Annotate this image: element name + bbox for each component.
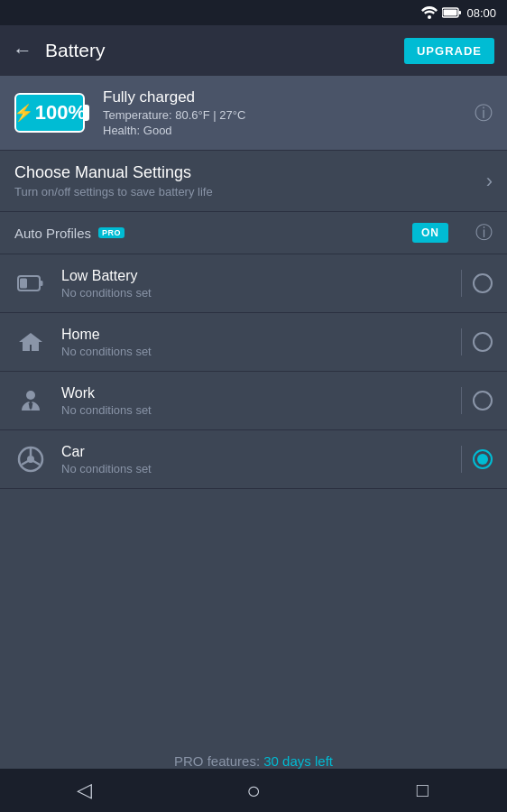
profile-condition-car: No conditions set	[61, 462, 152, 475]
home-icon	[14, 326, 47, 358]
battery-card-left: ⚡ 100% Fully charged Temperature: 80.6°F…	[14, 88, 245, 137]
status-bar: 08:00	[0, 0, 507, 25]
profile-item-home[interactable]: Home No conditions set	[0, 313, 507, 372]
auto-profiles-info-icon[interactable]: ⓘ	[475, 221, 493, 245]
footer-text: PRO features:	[174, 753, 263, 769]
manual-settings-row[interactable]: Choose Manual Settings Turn on/off setti…	[0, 150, 507, 212]
pro-badge: PRO	[98, 227, 124, 238]
divider	[461, 270, 462, 297]
wifi-icon	[421, 6, 438, 19]
radio-car[interactable]	[473, 449, 493, 469]
bolt-icon: ⚡	[14, 103, 33, 123]
svg-line-13	[22, 461, 28, 465]
status-time: 08:00	[466, 6, 496, 20]
profile-item-low-battery[interactable]: Low Battery No conditions set	[0, 254, 507, 313]
profile-radio-low-battery[interactable]	[461, 270, 493, 297]
work-icon	[14, 384, 47, 417]
svg-point-0	[428, 15, 431, 19]
profile-text-home: Home No conditions set	[61, 327, 152, 358]
svg-rect-6	[40, 281, 43, 286]
manual-settings-title: Choose Manual Settings	[14, 163, 213, 182]
battery-card: ⚡ 100% Fully charged Temperature: 80.6°F…	[0, 76, 507, 150]
upgrade-button[interactable]: UPGRADE	[404, 38, 494, 64]
svg-point-7	[26, 391, 35, 400]
svg-line-14	[33, 461, 40, 465]
auto-profiles-right: ON ⓘ	[412, 221, 493, 245]
profile-text-car: Car No conditions set	[61, 444, 152, 475]
nav-back-button[interactable]: ◁	[58, 769, 112, 812]
chevron-right-icon: ›	[486, 170, 493, 193]
svg-rect-2	[444, 10, 457, 16]
page-title: Battery	[45, 40, 106, 61]
battery-percent: 100%	[35, 101, 86, 125]
profile-item-left: Home No conditions set	[14, 326, 152, 358]
radio-home[interactable]	[473, 332, 493, 352]
low-battery-icon	[14, 267, 47, 300]
nav-home-button[interactable]: ○	[226, 769, 281, 812]
bottom-nav: ◁ ○ □	[0, 769, 507, 812]
battery-info-icon[interactable]: ⓘ	[475, 101, 493, 125]
battery-body: ⚡ 100%	[14, 93, 85, 133]
profile-condition-low-battery: No conditions set	[61, 286, 152, 300]
back-button[interactable]: ←	[13, 39, 32, 62]
radio-car-inner	[477, 454, 488, 465]
profile-condition-work: No conditions set	[61, 403, 152, 417]
auto-profiles-row: Auto Profiles PRO ON ⓘ	[0, 212, 507, 254]
profile-item-left: Car No conditions set	[14, 443, 152, 475]
manual-settings-text: Choose Manual Settings Turn on/off setti…	[14, 163, 213, 198]
divider	[461, 387, 462, 414]
auto-profiles-label: Auto Profiles	[14, 226, 91, 241]
nav-recent-button[interactable]: □	[395, 769, 449, 812]
auto-profiles-toggle[interactable]: ON	[412, 223, 448, 243]
profile-list: Low Battery No conditions set Home No co…	[0, 254, 507, 489]
profile-name-car: Car	[61, 444, 152, 460]
divider	[461, 446, 462, 473]
status-battery-icon	[442, 7, 462, 18]
profile-radio-home[interactable]	[461, 328, 493, 355]
temperature-info: Temperature: 80.6°F | 27°C	[103, 108, 245, 122]
radio-work[interactable]	[473, 391, 493, 411]
footer: PRO features: 30 days left	[0, 753, 507, 769]
battery-info: Fully charged Temperature: 80.6°F | 27°C…	[103, 88, 245, 137]
profile-item-left: Work No conditions set	[14, 384, 152, 417]
car-icon	[14, 443, 47, 475]
profile-item-work[interactable]: Work No conditions set	[0, 372, 507, 430]
top-bar-left: ← Battery	[13, 39, 106, 62]
profile-item-car[interactable]: Car No conditions set	[0, 430, 507, 489]
status-icons: 08:00	[421, 6, 496, 20]
svg-rect-3	[459, 11, 462, 14]
health-info: Health: Good	[103, 124, 245, 137]
profile-text-low-battery: Low Battery No conditions set	[61, 268, 152, 300]
profile-name-home: Home	[61, 327, 152, 343]
profile-name-low-battery: Low Battery	[61, 268, 152, 284]
profile-item-left: Low Battery No conditions set	[14, 267, 152, 300]
radio-low-battery[interactable]	[473, 273, 493, 293]
svg-rect-5	[20, 279, 27, 289]
profile-name-work: Work	[61, 385, 152, 401]
manual-settings-subtitle: Turn on/off settings to save battery lif…	[14, 185, 213, 198]
profile-condition-home: No conditions set	[61, 345, 152, 358]
auto-profiles-left: Auto Profiles PRO	[14, 226, 124, 241]
profile-radio-car[interactable]	[461, 446, 493, 473]
divider	[461, 328, 462, 355]
top-bar: ← Battery UPGRADE	[0, 25, 507, 76]
battery-icon: ⚡ 100%	[14, 93, 90, 133]
profile-text-work: Work No conditions set	[61, 385, 152, 417]
charge-status: Fully charged	[103, 88, 245, 106]
profile-radio-work[interactable]	[461, 387, 493, 414]
footer-highlight: 30 days left	[263, 753, 333, 769]
